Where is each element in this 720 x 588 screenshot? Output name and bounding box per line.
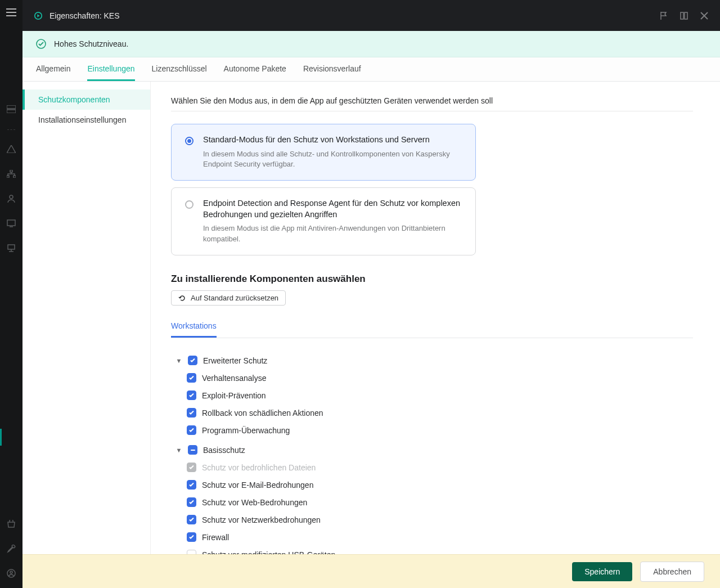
tree-label: Rollback von schädlichen Aktionen (202, 409, 323, 418)
tab-lizenzschluessel[interactable]: Lizenzschlüssel (152, 57, 207, 81)
app-icon (34, 11, 43, 20)
flag-icon[interactable] (659, 11, 668, 20)
rail-item-alerts[interactable] (4, 143, 18, 155)
rail-item-users[interactable] (4, 193, 18, 204)
header-bar: Eigenschaften: KES (22, 0, 720, 31)
page-title: Eigenschaften: KES (50, 11, 120, 20)
tree-item[interactable]: Programm-Überwachung (171, 421, 693, 439)
content-area: Wählen Sie den Modus aus, in dem die App… (151, 82, 720, 588)
tree-label: Schutz vor bedrohlichen Dateien (202, 463, 316, 472)
tree-label: Verhaltensanalyse (202, 374, 266, 383)
rail-item-devices[interactable] (4, 218, 18, 229)
checkbox-checked-icon[interactable] (187, 532, 196, 542)
checkbox-indeterminate-icon[interactable] (188, 445, 197, 455)
tree-item[interactable]: Schutz vor E-Mail-Bedrohungen (171, 476, 693, 493)
svg-rect-4 (14, 176, 16, 178)
checkbox-checked-icon[interactable] (188, 356, 197, 365)
mode-desc: In diesem Modus sind alle Schutz- und Ko… (203, 149, 464, 170)
undo-icon (178, 294, 186, 302)
tree-item[interactable]: Verhaltensanalyse (171, 369, 693, 387)
checkbox-checked-icon[interactable] (187, 515, 196, 524)
tab-allgemein[interactable]: Allgemein (36, 57, 70, 81)
checkbox-checked-icon[interactable] (187, 373, 196, 383)
tab-einstellungen[interactable]: Einstellungen (87, 57, 134, 81)
checkbox-checked-icon[interactable] (187, 408, 196, 418)
chevron-down-icon: ▼ (176, 357, 182, 364)
svg-point-5 (10, 195, 13, 199)
rail-item-account[interactable] (4, 568, 18, 579)
tree-label: Erweiterter Schutz (203, 356, 267, 365)
tree-label: Schutz vor E-Mail-Bedrohungen (202, 481, 313, 490)
svg-rect-7 (8, 245, 15, 249)
checkbox-checked-icon[interactable] (187, 497, 196, 507)
tree-item[interactable]: Rollback von schädlichen Aktionen (171, 404, 693, 421)
save-button[interactable]: Speichern (572, 562, 632, 581)
checkbox-checked-icon[interactable] (187, 480, 196, 490)
tree-item[interactable]: Exploit-Prävention (171, 387, 693, 404)
status-text: Hohes Schutzniveau. (54, 39, 128, 48)
menu-icon[interactable] (0, 0, 22, 25)
tree-label: Schutz vor Netzwerkbedrohungen (202, 515, 321, 524)
sidenav-item-schutzkomponenten[interactable]: Schutzkomponenten (22, 89, 150, 110)
rail-item-dashboard[interactable] (4, 104, 18, 115)
footer-bar: Speichern Abbrechen (22, 554, 720, 588)
mode-option-edr[interactable]: Endpoint Detection and Response Agent fü… (171, 187, 476, 255)
tree-label: Basisschutz (203, 446, 245, 455)
tree-item[interactable]: Schutz vor Netzwerkbedrohungen (171, 511, 693, 528)
checkbox-disabled-icon (187, 463, 196, 472)
tree-item[interactable]: Firewall (171, 528, 693, 546)
components-title: Zu installierende Komponenten auswählen (171, 273, 693, 285)
radio-icon (185, 137, 194, 145)
svg-rect-2 (10, 170, 12, 172)
svg-rect-6 (7, 220, 15, 226)
radio-icon (185, 200, 194, 209)
close-icon[interactable] (700, 11, 709, 20)
svg-rect-0 (7, 105, 16, 109)
status-banner: Hohes Schutzniveau. (22, 31, 720, 57)
left-rail (0, 0, 22, 588)
tree-label: Programm-Überwachung (202, 426, 290, 435)
tree-label: Schutz vor Web-Bedrohungen (202, 498, 307, 507)
rail-item-marketplace[interactable] (4, 518, 18, 529)
component-tree: ▼ Erweiterter Schutz Verhaltensanalyse E… (171, 352, 693, 563)
svg-point-9 (10, 571, 12, 573)
main-tabs: Allgemein Einstellungen Lizenzschlüssel … (22, 57, 720, 82)
check-circle-icon (36, 39, 46, 49)
tree-item: Schutz vor bedrohlichen Dateien (171, 459, 693, 476)
mode-option-standard[interactable]: Standard-Modus für den Schutz von Workst… (171, 124, 476, 181)
rail-active-indicator (0, 429, 2, 446)
tree-label: Firewall (202, 533, 229, 542)
reset-label: Auf Standard zurücksetzen (191, 294, 278, 302)
svg-rect-3 (7, 176, 9, 178)
reset-defaults-button[interactable]: Auf Standard zurücksetzen (171, 290, 286, 306)
checkbox-checked-icon[interactable] (187, 425, 196, 435)
rail-item-settings[interactable] (4, 543, 18, 554)
checkbox-checked-icon[interactable] (187, 390, 196, 400)
svg-rect-1 (7, 110, 16, 113)
tab-revisionsverlauf[interactable]: Revisionsverlauf (303, 57, 361, 81)
chevron-down-icon: ▼ (176, 447, 182, 454)
tree-item[interactable]: Schutz vor Web-Bedrohungen (171, 493, 693, 511)
mode-desc: In diesem Modus ist die App mit Antivire… (203, 223, 464, 245)
sidenav-item-installationseinstellungen[interactable]: Installationseinstellungen (22, 110, 150, 130)
component-subtabs: Workstations (171, 316, 693, 338)
mode-heading: Wählen Sie den Modus aus, in dem die App… (171, 96, 693, 111)
tree-label: Exploit-Prävention (202, 391, 266, 400)
book-icon[interactable] (680, 11, 688, 20)
main-panel: Eigenschaften: KES Hohes Schutzniveau. A… (22, 0, 720, 588)
mode-label: Endpoint Detection and Response Agent fü… (203, 198, 464, 220)
tree-parent-erweiterter-schutz[interactable]: ▼ Erweiterter Schutz (171, 352, 693, 369)
mode-label: Standard-Modus für den Schutz von Workst… (203, 134, 464, 146)
cancel-button[interactable]: Abbrechen (640, 562, 704, 582)
rail-item-network[interactable] (4, 243, 18, 254)
subtab-workstations[interactable]: Workstations (171, 316, 217, 338)
rail-item-hierarchy[interactable] (4, 168, 18, 179)
settings-sidenav: Schutzkomponenten Installationseinstellu… (22, 82, 151, 588)
tree-parent-basisschutz[interactable]: ▼ Basisschutz (171, 441, 693, 459)
tab-autonome-pakete[interactable]: Autonome Pakete (224, 57, 286, 81)
